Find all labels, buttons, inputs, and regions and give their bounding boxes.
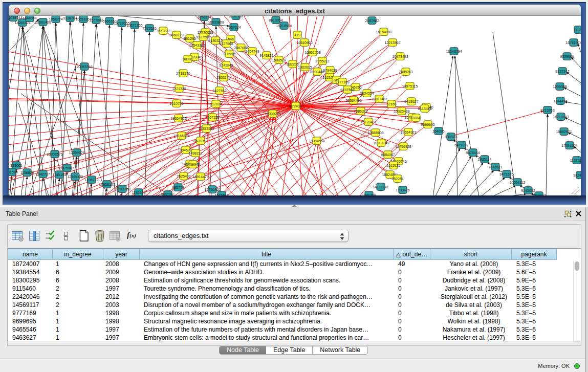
svg-text:9242848: 9242848 [219,63,233,67]
svg-text:1527602: 1527602 [89,18,103,22]
svg-text:1498222: 1498222 [188,151,202,155]
svg-text:10543382: 10543382 [189,43,205,47]
svg-text:1733426: 1733426 [396,188,409,192]
svg-text:17359928: 17359928 [69,151,84,155]
svg-text:15716465: 15716465 [204,188,220,191]
svg-text:7625402: 7625402 [177,174,190,178]
svg-text:15751074: 15751074 [565,41,581,45]
svg-text:14139141: 14139141 [373,185,388,189]
svg-text:1003874: 1003874 [9,16,20,19]
svg-text:9245652: 9245652 [521,189,535,192]
svg-text:1362615: 1362615 [298,65,312,69]
svg-text:10654112: 10654112 [510,181,526,184]
svg-text:10807487: 10807487 [371,97,387,101]
svg-text:938923: 938923 [445,135,456,139]
svg-text:1571646: 1571646 [214,193,228,196]
svg-text:1588520: 1588520 [272,58,286,62]
svg-text:16648794: 16648794 [446,50,462,53]
svg-text:9327508: 9327508 [219,42,233,46]
svg-text:7515526: 7515526 [142,27,156,30]
svg-text:832203: 832203 [287,62,298,66]
svg-text:16640910: 16640910 [296,41,312,45]
svg-text:1615132: 1615132 [386,164,400,167]
svg-text:10958107: 10958107 [99,183,115,186]
svg-text:9699695: 9699695 [421,123,434,126]
svg-text:20053346: 20053346 [76,65,92,69]
svg-text:9857791: 9857791 [161,193,175,196]
svg-text:19756928: 19756928 [395,145,411,148]
svg-text:7955812: 7955812 [315,59,329,63]
svg-text:18724007: 18724007 [288,104,303,108]
svg-text:10025488: 10025488 [394,110,409,113]
svg-text:1156829: 1156829 [20,171,34,174]
svg-text:6479197: 6479197 [454,143,468,147]
svg-text:1058274: 1058274 [49,17,62,21]
svg-text:12975115: 12975115 [402,84,418,88]
svg-text:7884: 7884 [412,116,420,120]
svg-text:20206576: 20206576 [47,152,62,156]
svg-text:9327506: 9327506 [196,35,210,39]
svg-text:19654925: 19654925 [170,117,186,120]
svg-text:2867608: 2867608 [234,46,248,50]
svg-text:9777169: 9777169 [335,80,349,84]
svg-text:1795722: 1795722 [84,178,98,182]
svg-text:18907249: 18907249 [373,141,389,145]
svg-text:16961758: 16961758 [304,51,320,54]
svg-text:8113468: 8113468 [418,107,432,111]
svg-text:19654923: 19654923 [400,130,416,134]
svg-text:252254: 252254 [391,177,403,181]
svg-text:7485063: 7485063 [399,70,412,74]
svg-text:8267150: 8267150 [205,116,219,119]
svg-text:891295: 891295 [184,37,195,40]
svg-text:1942737: 1942737 [36,172,50,176]
svg-text:7632621: 7632621 [488,165,502,169]
svg-text:15720407: 15720407 [360,120,376,124]
svg-text:6794028: 6794028 [323,69,337,72]
svg-text:985779: 985779 [172,186,184,189]
svg-text:1145194: 1145194 [53,173,67,177]
svg-text:2935114: 2935114 [478,158,492,161]
svg-text:3824554: 3824554 [360,92,374,95]
svg-text:835061: 835061 [10,164,22,167]
svg-text:8454749: 8454749 [245,50,259,53]
svg-text:8427552: 8427552 [212,89,226,93]
svg-text:1844004: 1844004 [23,16,36,20]
svg-text:1192344: 1192344 [132,191,146,194]
svg-text:3375685: 3375685 [222,52,236,56]
svg-text:7357224: 7357224 [227,26,241,29]
svg-text:8156550: 8156550 [229,16,243,18]
svg-text:1209388: 1209388 [553,85,567,89]
svg-text:419: 419 [294,33,300,37]
svg-text:8471676: 8471676 [499,172,513,176]
svg-text:1244415: 1244415 [553,99,567,103]
svg-text:10973493: 10973493 [392,55,408,58]
svg-text:164095: 164095 [432,129,444,133]
svg-text:391594: 391594 [9,170,18,174]
svg-text:10688609: 10688609 [367,131,383,135]
svg-text:9975867: 9975867 [60,166,74,170]
svg-text:16914479: 16914479 [192,175,208,179]
svg-text:8213953: 8213953 [540,108,554,112]
svg-text:8678352: 8678352 [193,139,207,143]
svg-text:98901: 98901 [183,57,193,61]
svg-text:15692971: 15692971 [556,130,572,134]
svg-text:9329966: 9329966 [560,55,574,58]
svg-text:12505135: 12505135 [67,175,83,179]
svg-text:19166825: 19166825 [173,134,189,138]
svg-text:9824502: 9824502 [573,173,581,177]
svg-text:16782759: 16782759 [114,187,130,191]
svg-text:817004: 817004 [210,102,222,106]
svg-text:9474444: 9474444 [466,151,480,155]
svg-text:2803144: 2803144 [216,76,230,79]
svg-text:8960123: 8960123 [169,33,183,37]
svg-text:17016504: 17016504 [561,144,577,147]
svg-text:1341709: 1341709 [362,193,376,196]
svg-text:62160: 62160 [386,102,397,106]
svg-text:16033809: 16033809 [208,20,224,24]
svg-text:2718176: 2718176 [176,72,190,75]
svg-text:1221338: 1221338 [172,87,186,91]
svg-text:1858234: 1858234 [197,16,211,19]
svg-text:9463627: 9463627 [404,100,418,103]
svg-text:20364436: 20364436 [345,99,361,102]
svg-text:19384554: 19384554 [309,139,324,143]
